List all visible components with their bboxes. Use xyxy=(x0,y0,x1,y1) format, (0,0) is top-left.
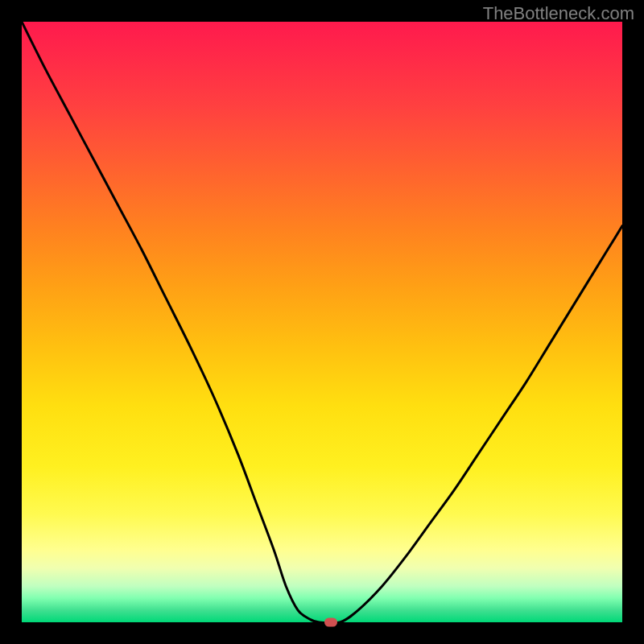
watermark-text: TheBottleneck.com xyxy=(483,3,634,24)
bottleneck-curve xyxy=(22,22,622,622)
plot-area xyxy=(22,22,622,622)
chart-container: TheBottleneck.com xyxy=(0,0,644,644)
curve-svg xyxy=(22,22,622,622)
minimum-marker xyxy=(324,618,337,627)
